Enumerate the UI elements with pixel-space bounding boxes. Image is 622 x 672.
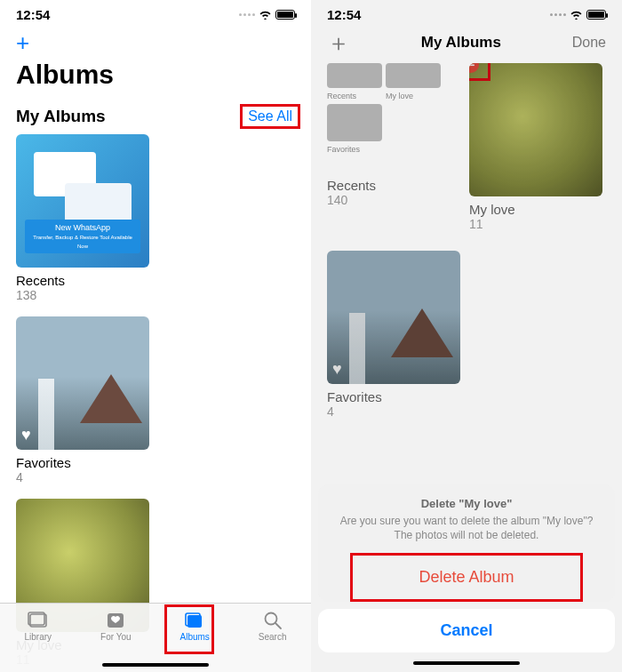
status-bar: 12:54 [0, 0, 311, 22]
tab-for-you[interactable]: For You [100, 611, 131, 642]
status-icons [550, 10, 606, 20]
album-thumb: − [469, 63, 602, 196]
action-sheet: Delete "My love" Are you sure you want t… [311, 484, 622, 672]
nav-title: My Albums [421, 34, 501, 52]
nav-bar: ＋ My Albums Done [311, 22, 622, 60]
edit-albums-grid: Recents My love Favorites − My love 11 [311, 60, 622, 244]
clock: 12:54 [16, 7, 50, 22]
album-recents-large[interactable]: Recents 140 [327, 172, 460, 244]
library-icon [28, 612, 49, 629]
highlight-albums-tab [164, 604, 214, 654]
album-count: 140 [327, 193, 460, 207]
cellular-icon [239, 13, 255, 16]
my-albums-heading: My Albums [16, 107, 106, 126]
highlight-delete-album: Delete Album [350, 553, 583, 602]
nav-bar: + [0, 22, 311, 60]
highlight-delete-badge [469, 63, 490, 81]
album-recents[interactable]: New WhatsAppTransfer, Backup & Restore T… [16, 134, 149, 302]
edit-albums-screen: 12:54 ＋ My Albums Done Recents [311, 0, 622, 672]
clock: 12:54 [327, 7, 361, 22]
for-you-icon [106, 612, 125, 629]
album-thumb: ♥ [327, 251, 460, 384]
add-album-button[interactable]: + [16, 31, 29, 54]
status-bar: 12:54 [311, 0, 622, 22]
add-album-button[interactable]: ＋ [327, 31, 350, 54]
mini-label: Favorites [327, 145, 382, 154]
search-icon [263, 611, 283, 630]
album-count: 11 [469, 217, 602, 231]
album-title: Recents [16, 273, 149, 288]
page-title: Albums [0, 60, 311, 99]
heart-icon: ♥ [21, 426, 31, 444]
done-button[interactable]: Done [572, 35, 606, 51]
home-indicator[interactable] [413, 661, 520, 665]
tab-library[interactable]: Library [24, 611, 52, 642]
wifi-icon [570, 10, 583, 20]
delete-album-button[interactable]: Delete Album [353, 556, 580, 599]
wifi-icon [259, 10, 272, 20]
my-albums-header: My Albums See All [0, 99, 311, 134]
album-title: Favorites [16, 455, 149, 470]
mini-album-favorites[interactable] [327, 104, 382, 141]
album-count: 4 [327, 404, 606, 419]
tab-label: Search [259, 632, 287, 642]
album-favorites[interactable]: ♥ Favorites 4 [16, 316, 149, 484]
mini-album-recents[interactable] [327, 63, 382, 88]
sheet-header: Delete "My love" Are you sure you want t… [318, 484, 615, 553]
album-title: Favorites [327, 389, 606, 404]
sheet-title: Delete "My love" [336, 497, 597, 510]
album-count: 4 [16, 470, 149, 484]
tab-bar: Library For You Albums Search [0, 603, 311, 672]
see-all-link[interactable]: See All [248, 108, 292, 124]
highlight-see-all: See All [240, 104, 300, 129]
album-thumb: New WhatsAppTransfer, Backup & Restore T… [16, 134, 149, 268]
album-count: 138 [16, 288, 149, 302]
tab-label: Library [24, 632, 52, 642]
albums-grid: New WhatsAppTransfer, Backup & Restore T… [0, 134, 311, 667]
heart-icon: ♥ [332, 360, 342, 379]
battery-icon [275, 10, 295, 20]
svg-line-6 [275, 623, 281, 628]
mini-label: Recents [327, 92, 382, 100]
album-thumb: ♥ [16, 316, 149, 450]
albums-screen: 12:54 + Albums My Albums See All New Wha… [0, 0, 311, 672]
album-title: My love [469, 202, 602, 217]
cellular-icon [550, 13, 566, 16]
album-favorites-large[interactable]: ♥ Favorites 4 [311, 244, 622, 419]
battery-icon [586, 10, 606, 20]
tab-label: For You [100, 632, 131, 642]
home-indicator[interactable] [102, 663, 209, 667]
cancel-button[interactable]: Cancel [318, 609, 615, 652]
status-icons [239, 10, 295, 20]
sheet-message: Are you sure you want to delete the albu… [336, 514, 597, 542]
album-my-love-editing[interactable]: − My love 11 [469, 63, 602, 231]
mini-album-my-love[interactable] [386, 63, 441, 88]
tab-search[interactable]: Search [259, 611, 287, 642]
album-title: Recents [327, 178, 460, 193]
